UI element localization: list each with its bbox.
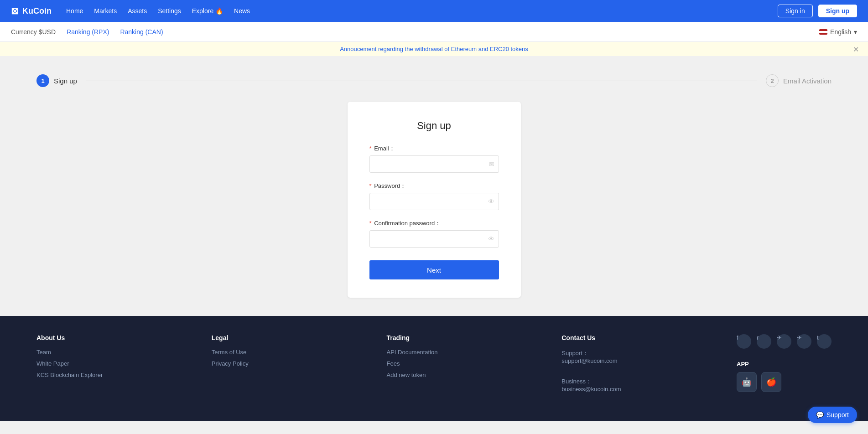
nav-news[interactable]: News [234,7,250,15]
footer-fees-link[interactable]: Fees [387,360,544,367]
nav-home[interactable]: Home [66,7,83,15]
support-label: Support [826,411,849,418]
app-buttons: 🤖 🍎 [737,372,832,392]
telegram2-icon[interactable]: ✈ [797,334,811,349]
email-required-marker: * [369,145,372,152]
footer-team-link[interactable]: Team [36,349,193,356]
main-nav: Home Markets Assets Settings Explore 🔥 N… [66,7,250,15]
footer-trading: Trading API Documentation Fees Add new t… [387,334,544,397]
confirm-required-marker: * [369,220,372,227]
footer-contact: Contact Us Support： support@kucoin.com B… [561,334,718,397]
chevron-down-icon: ▾ [854,28,857,36]
password-input[interactable] [369,193,499,210]
ranking-rpx-link[interactable]: Ranking (RPX) [67,28,109,36]
nav-explore[interactable]: Explore 🔥 [192,7,223,15]
signup-form-container: Sign up * Email： ✉ * Password： 👁 * [348,102,521,298]
android-app-button[interactable]: 🤖 [737,372,757,392]
currency-label: Currency $USD [11,28,56,36]
currency-value[interactable]: $USD [39,28,56,36]
footer-api-link[interactable]: API Documentation [387,349,544,356]
footer: About Us Team White Paper KCS Blockchain… [0,316,868,421]
apple-icon: 🍎 [766,377,776,387]
next-button[interactable]: Next [369,260,499,279]
email-label: * Email： [369,145,499,153]
form-title: Sign up [369,120,499,132]
main-content: 1 Sign up 2 Email Activation Sign up * E… [0,56,868,316]
support-email[interactable]: support@kucoin.com [561,357,718,364]
footer-whitepaper-link[interactable]: White Paper [36,360,193,367]
password-eye-icon: 👁 [488,198,494,205]
email-input-wrapper: ✉ [369,155,499,173]
footer-terms-link[interactable]: Terms of Use [212,349,369,356]
confirm-input-wrapper: 👁 [369,230,499,248]
contact-business: Business： business@kucoin.com [561,378,718,393]
confirm-password-group: * Confirmation password： 👁 [369,219,499,248]
footer-legal-title: Legal [212,334,369,341]
password-input-wrapper: 👁 [369,193,499,210]
language-label: English [830,28,851,36]
step-2-label: Email Activation [783,77,832,85]
ios-app-button[interactable]: 🍎 [761,372,781,392]
announcement-bar: Annoucement regarding the withdrawal of … [0,42,868,56]
fire-icon: 🔥 [215,7,223,15]
footer-kcs-link[interactable]: KCS Blockchain Explorer [36,372,193,378]
nav-settings[interactable]: Settings [158,7,181,15]
step-divider [86,81,757,81]
step-2: 2 Email Activation [766,74,832,87]
footer-add-token-link[interactable]: Add new token [387,372,544,378]
steps-bar: 1 Sign up 2 Email Activation [0,74,868,87]
password-group: * Password： 👁 [369,182,499,210]
business-email[interactable]: business@kucoin.com [561,386,718,393]
email-group: * Email： ✉ [369,145,499,173]
ranking-can-link[interactable]: Ranking (CAN) [120,28,163,36]
reddit-icon[interactable]: r [757,334,771,349]
confirm-label: * Confirmation password： [369,219,499,227]
footer-legal: Legal Terms of Use Privacy Policy [212,334,369,397]
email-input[interactable] [369,155,499,173]
app-label: APP [737,361,832,367]
footer-grid: About Us Team White Paper KCS Blockchain… [36,334,832,397]
footer-about-title: About Us [36,334,193,341]
contact-support: Support： support@kucoin.com [561,350,718,364]
logo[interactable]: ⊠ KuCoin [11,5,52,16]
step-1-label: Sign up [54,77,77,85]
email-icon: ✉ [489,160,494,168]
logo-text: KuCoin [22,6,52,16]
nav-markets[interactable]: Markets [94,7,117,15]
footer-social: f r ✈ ✈ t APP 🤖 🍎 [737,334,832,397]
language-selector[interactable]: English ▾ [819,28,857,36]
nav-assets[interactable]: Assets [128,7,147,15]
footer-contact-title: Contact Us [561,334,718,341]
flag-icon [819,29,827,35]
footer-about: About Us Team White Paper KCS Blockchain… [36,334,193,397]
support-button[interactable]: 💬 Support [808,407,857,423]
telegram-icon[interactable]: ✈ [777,334,791,349]
signin-button[interactable]: Sign in [778,5,813,17]
facebook-icon[interactable]: f [737,334,751,349]
announcement-close-button[interactable]: ✕ [853,45,859,53]
footer-trading-title: Trading [387,334,544,341]
announcement-link[interactable]: Annoucement regarding the withdrawal of … [340,46,528,52]
step-1-circle: 1 [36,74,49,87]
step-1: 1 Sign up [36,74,77,87]
password-label: * Password： [369,182,499,190]
chat-icon: 💬 [816,411,824,418]
twitter-icon[interactable]: t [817,334,832,349]
sub-header-left: Currency $USD Ranking (RPX) Ranking (CAN… [11,28,163,36]
password-required-marker: * [369,182,372,189]
confirm-password-input[interactable] [369,230,499,248]
header-left: ⊠ KuCoin Home Markets Assets Settings Ex… [11,5,250,16]
footer-privacy-link[interactable]: Privacy Policy [212,360,369,367]
header-right: Sign in Sign up [778,5,857,17]
social-icons: f r ✈ ✈ t [737,334,832,353]
step-2-circle: 2 [766,74,779,87]
logo-icon: ⊠ [11,5,19,16]
main-header: ⊠ KuCoin Home Markets Assets Settings Ex… [0,0,868,22]
signup-button[interactable]: Sign up [818,5,857,17]
confirm-eye-icon: 👁 [488,235,494,243]
sub-header: Currency $USD Ranking (RPX) Ranking (CAN… [0,22,868,42]
android-icon: 🤖 [742,377,752,387]
